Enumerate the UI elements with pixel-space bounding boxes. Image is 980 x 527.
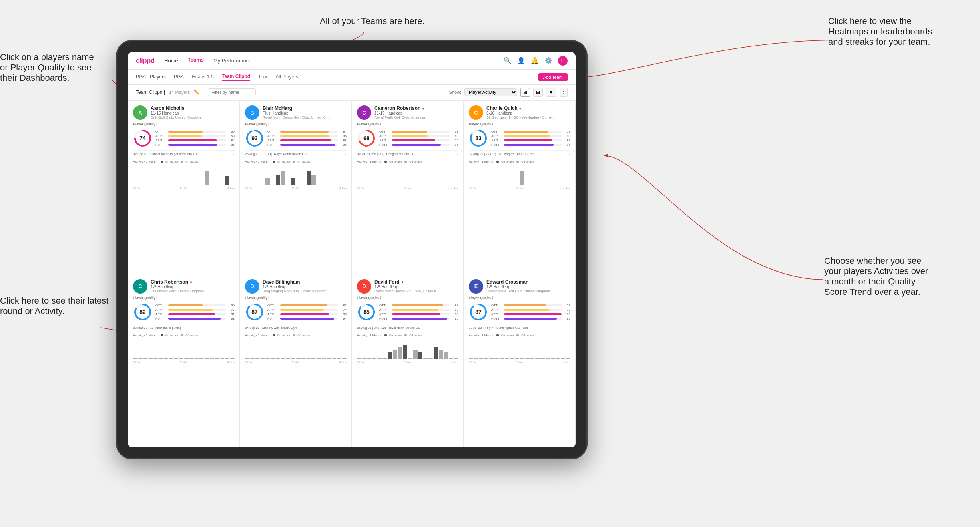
person-icon[interactable]: 👤 (517, 57, 525, 64)
ipad-screen: clippd Home Teams My Performance 🔍 👤 🔔 ⚙… (128, 52, 576, 447)
mini-chart (133, 164, 235, 186)
stat-app: APP 74 (267, 308, 347, 312)
stat-ott: OTT 61 (379, 130, 458, 133)
quality-section[interactable]: 74 OTT 60 APP 58 ARG 84 (133, 129, 235, 148)
tabs-row: PGAT Players PGA Hcaps 1-5 Team Clippd T… (128, 70, 576, 85)
last-round[interactable]: 02 Jul 23 | 59 (+17), Craigmillar Park G… (357, 150, 458, 156)
mini-chart (469, 338, 570, 360)
player-name[interactable]: Aaron Nicholls (151, 105, 235, 111)
chart-bars (245, 164, 347, 186)
list-view-button[interactable]: ⊟ (533, 88, 543, 97)
activity-month-label: Activity · 1 Month (133, 334, 157, 337)
activity-legend: On course Off course (273, 334, 310, 337)
player-name[interactable]: Chris Robertson ● (151, 279, 235, 285)
chart-label-start: 31 Jul (133, 187, 141, 190)
last-round-arrow: → (567, 326, 570, 330)
player-info: Aaron Nicholls 11-15 Handicap Drift Golf… (151, 105, 235, 119)
last-round[interactable]: 04 Sep 23 | Mobility with coach, Gym → (245, 324, 347, 330)
on-course-dot (496, 334, 499, 336)
player-club: Stag Maging Golf Club, United Kingdom (263, 289, 347, 293)
last-round[interactable]: 03 Mar 23 | 19, Must make putting → (133, 324, 235, 330)
add-team-button[interactable]: Add Team (538, 73, 568, 81)
chart-label-start: 31 Jul (245, 361, 253, 364)
show-label: Show: (449, 90, 462, 95)
activity-header: Activity · 1 Month On course Off course (245, 160, 347, 163)
stats-bars: OTT 73 APP 79 ARG 103 PUTT 92 (491, 304, 570, 320)
nav-logo: clippd (136, 57, 155, 64)
last-round[interactable]: 26 Aug 23 | 73 (+1), Royal North Devon G… (245, 150, 347, 156)
activity-section: Activity · 1 Month On course Off course … (357, 334, 458, 364)
tab-pga[interactable]: PGA (174, 74, 184, 80)
nav-my-performance[interactable]: My Performance (213, 58, 251, 64)
filter-button[interactable]: ▼ (546, 88, 556, 97)
nav-teams[interactable]: Teams (188, 57, 204, 64)
player-avatar[interactable]: A (133, 105, 147, 120)
filter-input[interactable] (208, 88, 256, 96)
tab-tour[interactable]: Tour (258, 74, 267, 80)
bell-icon[interactable]: 🔔 (531, 57, 539, 64)
last-round-text: 03 Mar 23 | 19, Must make putting (133, 326, 231, 330)
activity-month-label: Activity · 1 Month (245, 160, 269, 163)
on-course-dot (384, 161, 387, 163)
quality-section[interactable]: 85 OTT 89 APP 80 ARG 83 (357, 302, 458, 322)
player-avatar[interactable]: C (357, 105, 371, 120)
sort-button[interactable]: ↕ (560, 88, 568, 97)
player-avatar[interactable]: D (245, 279, 259, 294)
last-round[interactable]: 02 Sep 23 | Sunset round to get back int… (133, 150, 235, 156)
tab-hcaps[interactable]: Hcaps 1-5 (192, 74, 214, 80)
grid-view-button[interactable]: ⊞ (520, 88, 530, 97)
last-round[interactable]: 26 Aug 23 | 84 (+12), Royal North Devon … (357, 324, 458, 330)
search-icon[interactable]: 🔍 (504, 57, 512, 64)
quality-section[interactable]: 87 OTT 82 APP 74 ARG 85 (245, 302, 347, 322)
player-name[interactable]: David Ford ● (374, 279, 458, 285)
chart-label-mid: 21 Aug (291, 187, 300, 190)
quality-circle: 74 (133, 129, 152, 148)
last-round[interactable]: 07 Aug 23 | 77 (+7), St George's Hill GC… (469, 150, 570, 156)
player-avatar[interactable]: E (469, 279, 483, 294)
player-name[interactable]: Edward Crossman (486, 279, 570, 285)
quality-number: 85 (363, 309, 370, 315)
latest-round-annotation: Click here to see their latest round or … (0, 296, 112, 316)
off-course-label: Off course (409, 160, 422, 163)
player-name[interactable]: Charlie Quick ● (486, 105, 570, 111)
player-avatar[interactable]: D (357, 279, 371, 294)
avatar-icon[interactable]: U (558, 56, 568, 66)
quality-section[interactable]: 68 OTT 61 APP 63 ARG 75 (357, 129, 458, 148)
settings-icon[interactable]: ⚙️ (544, 57, 552, 64)
on-course-label: On course (501, 160, 514, 163)
quality-section[interactable]: 93 OTT 84 APP 85 ARG 88 (245, 129, 347, 148)
quality-section[interactable]: 83 OTT 77 APP 80 ARG 83 (469, 129, 570, 148)
teams-annotation: All of your Teams are here. (320, 16, 425, 26)
player-name[interactable]: Blair McHarg (263, 105, 347, 111)
activity-select[interactable]: Player Activity Quality Score Trend (464, 88, 517, 96)
activity-header: Activity · 1 Month On course Off course (469, 160, 570, 163)
activity-header: Activity · 1 Month On course Off course (357, 334, 458, 337)
quality-section[interactable]: 82 OTT 60 APP 77 ARG 81 (133, 302, 235, 322)
player-avatar[interactable]: C (469, 105, 483, 120)
quality-section[interactable]: 87 OTT 73 APP 79 ARG 103 (469, 302, 570, 322)
player-info: David Ford ● 1-5 Handicap Royal North De… (374, 279, 458, 293)
on-course-label: On course (165, 160, 178, 163)
player-card-header: C Cameron Robertson ● 11-15 Handicap Roy… (357, 105, 458, 120)
tab-all-players[interactable]: All Players (275, 74, 298, 80)
quality-label: Player Quality ℹ (357, 122, 458, 126)
chart-label-end: 4 Sep (451, 361, 458, 364)
chart-label-end: 4 Sep (339, 361, 347, 364)
chart-labels: 31 Jul 21 Aug 4 Sep (357, 187, 458, 190)
chart-bars (133, 164, 235, 186)
player-handicap: 1-5 Handicap (151, 285, 235, 289)
chart-label-mid: 21 Aug (403, 361, 412, 364)
tab-pgat[interactable]: PGAT Players (136, 74, 166, 80)
player-name[interactable]: Dave Billingham (263, 279, 347, 285)
off-course-label: Off course (185, 160, 198, 163)
player-name[interactable]: Cameron Robertson ● (374, 105, 458, 111)
mini-chart (357, 338, 458, 360)
on-course-dot (161, 161, 163, 163)
edit-icon[interactable]: ✏️ (194, 89, 200, 95)
player-avatar[interactable]: C (133, 279, 147, 294)
player-avatar[interactable]: B (245, 105, 259, 120)
tab-team-clippd[interactable]: Team Clippd (222, 74, 250, 81)
stat-arg: ARG 83 (379, 312, 458, 316)
last-round[interactable]: 19 Jul 23 | 74 (+4), Sunningdale GC - Ol… (469, 324, 570, 330)
nav-home[interactable]: Home (164, 58, 178, 64)
